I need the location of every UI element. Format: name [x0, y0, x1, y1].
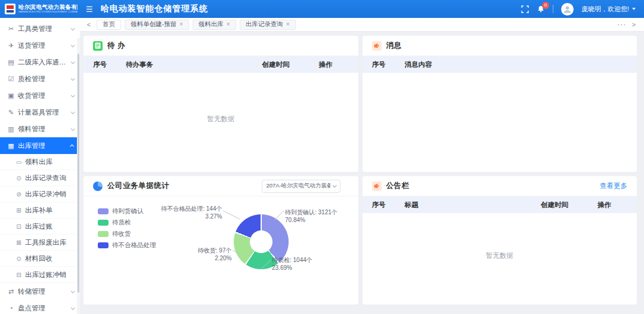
posting-reversal-icon: ⊟ — [15, 272, 23, 278]
megaphone-icon — [372, 181, 382, 191]
tabs-next-arrow[interactable]: > — [630, 21, 638, 28]
sidebar-item-material-request[interactable]: ▥ 领料管理 — [0, 121, 80, 137]
panel-title: 待 办 — [107, 41, 125, 51]
collapse-sidebar-icon[interactable]: ☰ — [86, 5, 93, 13]
sidebar-item-receiving[interactable]: ▣ 收货管理 — [0, 87, 80, 104]
message-table-body — [363, 73, 637, 172]
sidebar: ✂ 工具类管理 ✈ 送货管理 ▤ 二级库入库通知单 ☑ 质检管理 ▣ 收货管理 … — [0, 18, 80, 314]
view-more-link[interactable]: 查看更多 — [600, 181, 627, 190]
todo-panel: 待 办 序号 待办事务 创建时间 操作 暂无数据 — [83, 36, 358, 172]
chevron-down-icon — [71, 93, 75, 97]
chevron-down-icon — [71, 60, 75, 64]
user-greeting[interactable]: 庞晓明，欢迎您! — [581, 5, 636, 14]
tools-icon: ✂ — [7, 25, 16, 33]
stocktake-icon: ◔ — [7, 304, 16, 312]
notice-table-body: 暂无数据 — [363, 213, 637, 304]
tab-picking-outbound[interactable]: 领料出库 × — [193, 20, 236, 30]
message-panel: 消息 序号 消息内容 — [363, 36, 637, 172]
sidebar-subitem-posting-reversal[interactable]: ⊟ 出库过账冲销 — [0, 267, 80, 283]
chevron-down-icon — [71, 26, 75, 30]
legend-item[interactable]: 待质检 — [98, 218, 156, 227]
close-icon[interactable]: × — [286, 21, 290, 27]
company-logo-block: 哈尔滨电气动力装备有限公司 HARBIN ELECTRIC POWER EQUI… — [0, 4, 82, 14]
todo-document-icon — [93, 41, 103, 51]
sidebar-item-measuring-tools[interactable]: ✎ 计量器具管理 — [0, 104, 80, 121]
sidebar-item-transfer[interactable]: ⇄ 转储管理 — [0, 283, 80, 300]
posting-icon: ⊡ — [15, 223, 23, 230]
tool-scrap-icon: ⊠ — [15, 239, 23, 246]
measuring-tools-icon: ✎ — [7, 109, 16, 116]
todo-table-body: 暂无数据 — [83, 73, 358, 172]
main-content: 待 办 序号 待办事务 创建时间 操作 暂无数据 消息 序号 消息内容 公司业务… — [80, 32, 644, 314]
material-request-icon: ▥ — [7, 125, 16, 133]
scrollbar-thumb[interactable] — [78, 54, 79, 293]
tab-home[interactable]: 首页 — [97, 20, 121, 30]
chart-legend: 待到货确认 待质检 待收货 待不合格品处理 — [98, 207, 156, 253]
empty-state-text: 暂无数据 — [83, 115, 358, 124]
todo-table-header: 序号 待办事务 创建时间 操作 — [83, 56, 358, 73]
company-name-en: HARBIN ELECTRIC POWER EQUIPMENT COMPANY … — [18, 11, 69, 14]
sidebar-item-stocktake[interactable]: ◔ 盘点管理 — [0, 300, 80, 314]
sidebar-subitem-picking-outbound[interactable]: ▭ 领料出库 — [0, 154, 80, 170]
outbound-icon: ▦ — [7, 142, 16, 150]
legend-item[interactable]: 待收货 — [98, 230, 156, 238]
sidebar-subitem-material-recycle[interactable]: ⊙ 材料回收 — [0, 251, 80, 267]
sidebar-item-outbound[interactable]: ▦ 出库管理 — [0, 137, 80, 154]
close-icon[interactable]: × — [179, 21, 183, 27]
caret-down-icon — [632, 8, 636, 10]
tab-bar: < 首页 领料单创建-预留 × 领料出库 × 出库记录查询 × ··· > — [80, 18, 644, 32]
sidebar-item-quality[interactable]: ☑ 质检管理 — [0, 70, 80, 87]
panel-title: 消息 — [386, 41, 402, 51]
sidebar-subitem-outbound-record-query[interactable]: ⊙ 出库记录查询 — [0, 170, 80, 186]
record-query-icon: ⊙ — [15, 175, 23, 181]
picking-outbound-icon: ▭ — [15, 159, 23, 165]
sidebar-scrollbar[interactable] — [77, 38, 80, 314]
legend-swatch — [98, 231, 109, 237]
receiving-icon: ▣ — [7, 92, 16, 100]
chevron-down-icon — [71, 289, 75, 293]
panel-title: 公告栏 — [386, 181, 410, 191]
quality-check-icon: ☑ — [7, 75, 16, 83]
chevron-down-icon — [71, 43, 75, 47]
tabs-more-icon[interactable]: ··· — [617, 20, 626, 29]
transfer-icon: ⇄ — [7, 288, 16, 295]
sidebar-subitem-outbound-posting[interactable]: ⊡ 出库过账 — [0, 218, 80, 235]
close-icon[interactable]: × — [227, 21, 230, 27]
sidebar-subitem-tool-scrap-outbound[interactable]: ⊠ 工具报废出库 — [0, 235, 80, 251]
stats-chart-area: 待到货确认 待质检 待收货 待不合格品处理 — [83, 196, 358, 304]
legend-item[interactable]: 待不合格品处理 — [98, 241, 156, 250]
supplement-icon: ⊞ — [15, 207, 23, 214]
delivery-icon: ✈ — [7, 42, 16, 50]
sidebar-item-delivery[interactable]: ✈ 送货管理 — [0, 37, 80, 54]
chevron-up-icon — [70, 144, 74, 148]
slice-label-quality-check: 待质检: 1044个 23.69% — [272, 256, 312, 272]
top-bar: 哈尔滨电气动力装备有限公司 HARBIN ELECTRIC POWER EQUI… — [0, 0, 644, 18]
record-reversal-icon: ⊘ — [15, 191, 23, 198]
company-select[interactable]: 207A-哈尔滨电气动力装备有限公 — [262, 180, 340, 193]
tab-picking-order-create[interactable]: 领料单创建-预留 × — [125, 20, 189, 30]
slice-label-receiving: 待收货: 97个 2.20% — [198, 247, 232, 262]
slice-label-unqualified: 待不合格品处理: 144个 3.27% — [161, 205, 222, 220]
sidebar-item-tools[interactable]: ✂ 工具类管理 — [0, 20, 80, 37]
inbound-notice-icon: ▤ — [7, 59, 16, 66]
legend-item[interactable]: 待到货确认 — [98, 207, 156, 216]
tab-outbound-record-query[interactable]: 出库记录查询 × — [240, 20, 296, 30]
message-table-header: 序号 消息内容 — [363, 56, 637, 73]
sidebar-item-inbound-notice[interactable]: ▤ 二级库入库通知单 — [0, 54, 80, 70]
chevron-down-icon — [332, 183, 336, 187]
sidebar-subitem-outbound-record-reversal[interactable]: ⊘ 出库记录冲销 — [0, 186, 80, 202]
legend-swatch — [98, 208, 109, 214]
chevron-down-icon — [71, 306, 75, 310]
tabs-prev-arrow[interactable]: < — [85, 21, 93, 28]
chevron-down-icon — [71, 110, 75, 114]
material-recycle-icon: ⊙ — [15, 255, 23, 262]
sidebar-subitem-outbound-supplement[interactable]: ⊞ 出库补单 — [0, 202, 80, 218]
slice-label-arrival-confirm: 待到货确认: 3121个 70.84% — [285, 208, 338, 224]
user-avatar[interactable] — [561, 3, 574, 16]
empty-state-text: 暂无数据 — [363, 251, 637, 260]
fullscreen-icon[interactable] — [521, 5, 529, 13]
app-title: 哈电动装智能仓储管理系统 — [101, 4, 208, 14]
stats-panel: 公司业务单据统计 207A-哈尔滨电气动力装备有限公 待到货确认 待质检 待收货 — [83, 176, 358, 304]
chevron-down-icon — [71, 76, 75, 81]
bell-icon[interactable]: 0 — [537, 5, 545, 13]
